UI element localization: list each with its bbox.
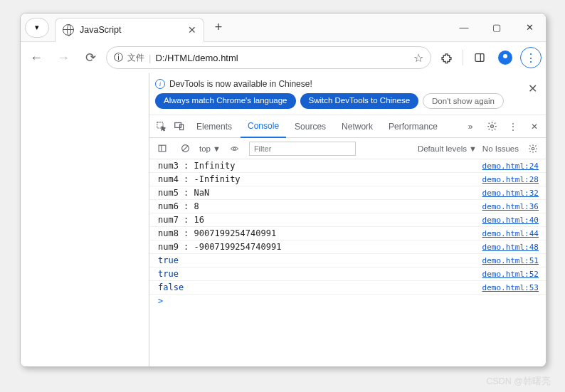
maximize-button[interactable]: ▢ [480,14,513,41]
log-message: true [158,255,179,265]
switch-language-button[interactable]: Switch DevTools to Chinese [300,93,419,109]
svg-rect-6 [159,145,166,152]
log-source-link[interactable]: demo.html:44 [482,229,539,238]
log-message: num8 : 9007199254740991 [158,228,276,238]
tab-network[interactable]: Network [334,115,380,138]
devtools-language-notice: i DevTools is now available in Chinese! … [149,73,546,115]
log-message: num6 : 8 [158,201,199,211]
live-expression-icon[interactable] [226,140,243,157]
log-source-link[interactable]: demo.html:51 [482,256,539,265]
site-info-icon[interactable]: ⓘ [114,51,123,64]
log-source-link[interactable]: demo.html:28 [482,175,539,184]
globe-icon [63,24,74,36]
console-log-row: num6 : 8demo.html:36 [149,200,546,213]
log-source-link[interactable]: demo.html:36 [482,202,539,211]
console-log-row: num7 : 16demo.html:40 [149,213,546,227]
filter-input[interactable] [249,142,356,156]
window-controls: — ▢ ✕ [448,14,546,41]
device-toolbar-icon[interactable] [171,118,188,135]
console-prompt[interactable]: > [149,295,546,307]
log-message: num3 : Infinity [158,161,235,171]
log-source-link[interactable]: demo.html:32 [482,189,539,198]
log-levels-dropdown[interactable]: Default levels▼ [418,144,477,153]
console-log-row: truedemo.html:52 [149,267,546,281]
console-log-row: num4 : -Infinitydemo.html:28 [149,173,546,186]
close-devtools-icon[interactable]: ✕ [526,118,543,135]
reload-button[interactable]: ⟳ [79,46,102,69]
log-source-link[interactable]: demo.html:40 [482,216,539,225]
page-viewport [21,73,149,366]
svg-line-9 [182,146,188,152]
log-source-link[interactable]: demo.html:52 [482,270,539,279]
console-log-row: falsedemo.html:53 [149,281,546,295]
more-tabs-icon[interactable]: » [462,118,479,135]
titlebar: ▾ JavaScript ✕ + — ▢ ✕ [21,14,546,42]
log-source-link[interactable]: demo.html:53 [482,283,539,292]
console-log-row: num8 : 9007199254740991demo.html:44 [149,227,546,240]
nav-toolbar: ← → ⟳ ⓘ 文件 | D:/HTML/demo.html ☆ ⋮ [21,42,546,73]
bookmark-star-icon[interactable]: ☆ [413,51,423,65]
log-message: num5 : NaN [158,188,209,198]
devtools-menu-icon[interactable]: ⋮ [505,118,522,135]
browser-window: ▾ JavaScript ✕ + — ▢ ✕ ← → ⟳ ⓘ 文件 | D:/H… [20,13,546,367]
tabs-dropdown[interactable]: ▾ [25,18,49,38]
separator [463,50,463,65]
inspect-element-icon[interactable] [152,118,169,135]
tab-title: JavaScript [80,25,182,35]
extensions-icon[interactable] [435,47,457,68]
close-tab-icon[interactable]: ✕ [188,24,196,36]
watermark: CSDN @韩曙亮 [486,376,551,388]
svg-point-10 [233,147,236,149]
console-log-row: truedemo.html:51 [149,254,546,267]
back-button[interactable]: ← [25,46,48,69]
dont-show-again-button[interactable]: Don't show again [423,93,504,109]
close-window-button[interactable]: ✕ [513,14,546,41]
chrome-menu-button[interactable]: ⋮ [520,47,542,68]
minimize-button[interactable]: — [448,14,480,41]
console-log-row: num3 : Infinitydemo.html:24 [149,159,546,173]
devtools-settings-icon[interactable] [483,118,500,135]
always-match-language-button[interactable]: Always match Chrome's language [155,93,296,109]
info-icon: i [155,79,165,89]
clear-console-icon[interactable] [176,140,194,157]
console-output: num3 : Infinitydemo.html:24num4 : -Infin… [149,159,546,366]
console-toolbar: top▼ Default levels▼ No Issues [149,138,546,159]
devtools-panel: i DevTools is now available in Chinese! … [149,73,546,366]
new-tab-button[interactable]: + [208,18,228,38]
close-notice-icon[interactable]: ✕ [525,79,540,98]
browser-tab[interactable]: JavaScript ✕ [55,18,204,42]
address-prefix: 文件 [127,52,144,64]
tab-performance[interactable]: Performance [381,115,445,138]
log-message: num7 : 16 [158,215,204,225]
side-panel-icon[interactable] [469,47,490,68]
issues-indicator[interactable]: No Issues [482,144,519,153]
forward-button[interactable]: → [52,46,75,69]
log-message: true [158,269,179,279]
log-message: num4 : -Infinity [158,174,241,184]
execution-context-dropdown[interactable]: top▼ [199,144,221,153]
devtools-tabs: Elements Console Sources Network Perform… [149,115,546,138]
toggle-sidebar-icon[interactable] [154,140,171,157]
console-log-row: num5 : NaNdemo.html:32 [149,186,546,200]
svg-point-5 [490,125,493,128]
svg-rect-0 [475,54,484,62]
console-log-row: num9 : -9007199254740991demo.html:48 [149,240,546,254]
log-message: num9 : -9007199254740991 [158,242,281,252]
log-source-link[interactable]: demo.html:48 [482,243,539,252]
tab-console[interactable]: Console [241,115,286,138]
tab-sources[interactable]: Sources [287,115,333,138]
notice-text: DevTools is now available in Chinese! [169,79,312,89]
log-message: false [158,282,184,292]
console-settings-icon[interactable] [524,140,542,157]
log-source-link[interactable]: demo.html:24 [482,161,539,171]
address-bar[interactable]: ⓘ 文件 | D:/HTML/demo.html ☆ [106,46,431,69]
profile-avatar[interactable] [495,47,516,68]
svg-point-11 [532,147,534,150]
address-url: D:/HTML/demo.html [155,53,238,63]
tab-elements[interactable]: Elements [189,115,239,138]
content-area: i DevTools is now available in Chinese! … [21,73,546,366]
